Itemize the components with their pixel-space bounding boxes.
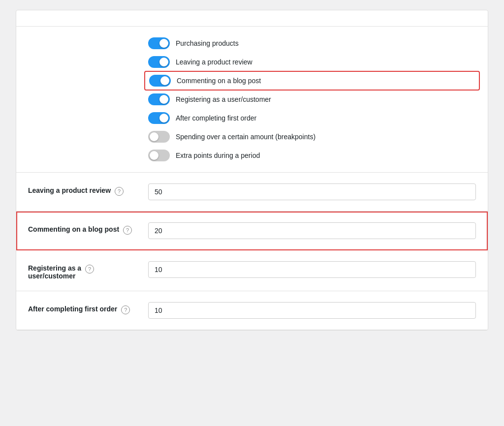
field-label-first_order: After completing first order bbox=[28, 305, 117, 313]
help-icon-first_order[interactable]: ? bbox=[121, 305, 130, 314]
toggle-row-extra: Extra points during a period bbox=[148, 150, 476, 161]
toggle-label-extra: Extra points during a period bbox=[176, 152, 260, 159]
toggle-row-review: Leaving a product review bbox=[148, 56, 476, 68]
field-input-register_user[interactable] bbox=[148, 261, 476, 278]
toggle-row-first_order: After completing first order bbox=[148, 112, 476, 124]
toggle-review[interactable] bbox=[148, 56, 170, 68]
toggle-blog[interactable] bbox=[149, 75, 171, 87]
toggle-label-purchasing: Purchasing products bbox=[176, 39, 239, 47]
field-input-first_order[interactable] bbox=[148, 302, 476, 319]
toggle-label-register: Registering as a user/customer bbox=[176, 95, 271, 103]
toggle-extra[interactable] bbox=[148, 150, 170, 161]
field-label-product_review: Leaving a product review bbox=[28, 186, 111, 194]
actions-label bbox=[28, 37, 136, 40]
toggle-label-blog: Commenting on a blog post bbox=[177, 77, 261, 85]
toggle-label-spending: Spending over a certain amount (breakpoi… bbox=[176, 133, 315, 141]
toggle-row-blog: Commenting on a blog post bbox=[144, 71, 480, 91]
field-section-first_order: After completing first order? bbox=[16, 291, 488, 330]
field-section-product_review: Leaving a product review? bbox=[16, 173, 488, 212]
field-label-blog_post: Commenting on a blog post bbox=[28, 225, 119, 233]
toggle-label-first_order: After completing first order bbox=[176, 114, 256, 122]
help-icon-register_user[interactable]: ? bbox=[85, 265, 94, 274]
toggle-first_order[interactable] bbox=[148, 112, 170, 124]
field-section-register_user: Registering as auser/customer? bbox=[16, 250, 488, 291]
field-input-product_review[interactable] bbox=[148, 183, 476, 200]
field-label-register_user: Registering as auser/customer bbox=[28, 264, 81, 280]
toggle-row-spending: Spending over a certain amount (breakpoi… bbox=[148, 131, 476, 143]
toggles-container: Purchasing productsLeaving a product rev… bbox=[148, 37, 476, 161]
field-section-blog_post: Commenting on a blog post? bbox=[16, 212, 488, 250]
actions-section: Purchasing productsLeaving a product rev… bbox=[16, 27, 488, 173]
toggle-label-review: Leaving a product review bbox=[176, 58, 252, 66]
toggle-register[interactable] bbox=[148, 93, 170, 105]
toggle-row-purchasing: Purchasing products bbox=[148, 37, 476, 49]
help-icon-product_review[interactable]: ? bbox=[115, 187, 124, 196]
toggle-spending[interactable] bbox=[148, 131, 170, 143]
toggle-row-register: Registering as a user/customer bbox=[148, 93, 476, 105]
toggle-purchasing[interactable] bbox=[148, 37, 170, 49]
field-input-blog_post[interactable] bbox=[148, 222, 476, 239]
help-icon-blog_post[interactable]: ? bbox=[123, 226, 132, 235]
point-amounts-card: Purchasing productsLeaving a product rev… bbox=[16, 10, 488, 331]
card-header bbox=[16, 10, 488, 27]
